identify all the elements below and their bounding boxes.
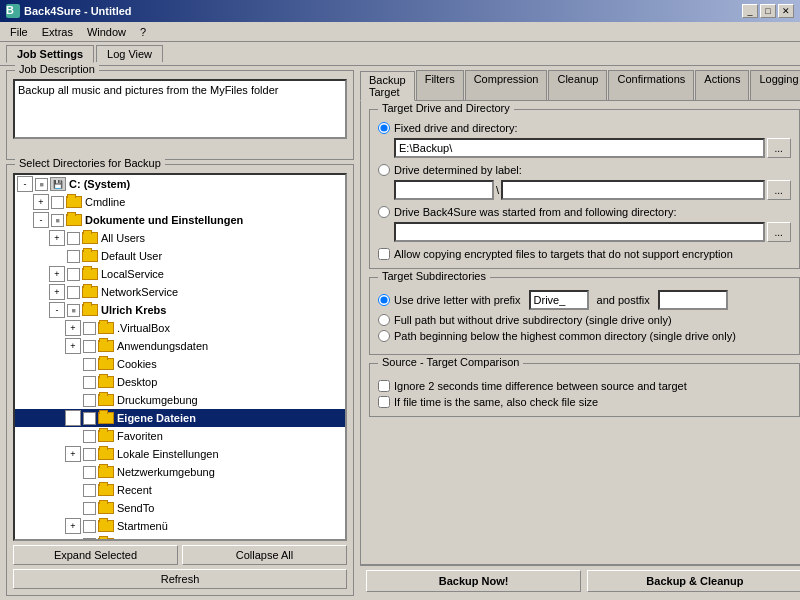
tree-item-ulrich_krebs[interactable]: -Ulrich Krebs xyxy=(15,301,345,319)
checkbox-cmdline[interactable] xyxy=(51,196,64,209)
fixed-drive-browse[interactable]: ... xyxy=(767,138,791,158)
fixed-drive-input[interactable] xyxy=(394,138,765,158)
check-filesize-checkbox[interactable] xyxy=(378,396,390,408)
path-below-radio[interactable] xyxy=(378,330,390,342)
expander-c_system[interactable]: - xyxy=(17,176,33,192)
tree-item-startmenu[interactable]: +Startmenü xyxy=(15,517,345,535)
use-drive-letter-radio[interactable] xyxy=(378,294,390,306)
tree-item-all_users[interactable]: +All Users xyxy=(15,229,345,247)
expander-all_users[interactable]: + xyxy=(49,230,65,246)
checkbox-startmenu[interactable] xyxy=(83,520,96,533)
checkbox-network_service[interactable] xyxy=(67,286,80,299)
expander-virtualbox[interactable]: + xyxy=(65,320,81,336)
backup-cleanup-button[interactable]: Backup & Cleanup xyxy=(587,570,800,592)
tree-item-druckumgebung[interactable]: Druckumgebung xyxy=(15,391,345,409)
checkbox-cookies[interactable] xyxy=(83,358,96,371)
checkbox-sendto[interactable] xyxy=(83,502,96,515)
expander-eigene_dateien[interactable]: + xyxy=(65,410,81,426)
checkbox-c_system[interactable] xyxy=(35,178,48,191)
encrypt-checkbox[interactable] xyxy=(378,248,390,260)
menu-file[interactable]: File xyxy=(4,25,34,39)
folder-icon-network_service xyxy=(82,286,98,298)
checkbox-dokumente[interactable] xyxy=(51,214,64,227)
checkbox-anwendungsdaten[interactable] xyxy=(83,340,96,353)
prefix-input[interactable] xyxy=(529,290,589,310)
started-path-input[interactable] xyxy=(394,222,765,242)
checkbox-vorlagen[interactable] xyxy=(83,538,96,542)
checkbox-desktop[interactable] xyxy=(83,376,96,389)
expander-local_service[interactable]: + xyxy=(49,266,65,282)
label-input[interactable] xyxy=(394,180,494,200)
maximize-button[interactable]: □ xyxy=(760,4,776,18)
tree-item-vorlagen[interactable]: Vorlagen xyxy=(15,535,345,541)
tab-log-view[interactable]: Log View xyxy=(96,45,163,62)
checkbox-recent[interactable] xyxy=(83,484,96,497)
label-browse[interactable]: ... xyxy=(767,180,791,200)
started-browse[interactable]: ... xyxy=(767,222,791,242)
expander-startmenu[interactable]: + xyxy=(65,518,81,534)
check-filesize-row: If file time is the same, also check fil… xyxy=(378,396,791,408)
tree-item-recent[interactable]: Recent xyxy=(15,481,345,499)
ignore-time-checkbox[interactable] xyxy=(378,380,390,392)
label-drive-radio[interactable] xyxy=(378,164,390,176)
tree-item-network_service[interactable]: +NetworkService xyxy=(15,283,345,301)
checkbox-ulrich_krebs[interactable] xyxy=(67,304,80,317)
label-path-input[interactable] xyxy=(501,180,764,200)
minimize-button[interactable]: _ xyxy=(742,4,758,18)
directory-tree[interactable]: -💾C: (System)+Cmdline-Dokumente und Eins… xyxy=(13,173,347,541)
tab-compression[interactable]: Compression xyxy=(465,70,548,100)
postfix-input[interactable] xyxy=(658,290,728,310)
tree-item-dokumente[interactable]: -Dokumente und Einstellungen xyxy=(15,211,345,229)
expander-cmdline[interactable]: + xyxy=(33,194,49,210)
tree-item-favoriten[interactable]: Favoriten xyxy=(15,427,345,445)
menu-help[interactable]: ? xyxy=(134,25,152,39)
checkbox-eigene_dateien[interactable] xyxy=(83,412,96,425)
tree-item-netzwerkumgebung[interactable]: Netzwerkumgebung xyxy=(15,463,345,481)
tab-cleanup[interactable]: Cleanup xyxy=(548,70,607,100)
expand-selected-button[interactable]: Expand Selected xyxy=(13,545,178,565)
tree-item-cookies[interactable]: Cookies xyxy=(15,355,345,373)
expander-network_service[interactable]: + xyxy=(49,284,65,300)
checkbox-all_users[interactable] xyxy=(67,232,80,245)
menu-extras[interactable]: Extras xyxy=(36,25,79,39)
full-path-radio[interactable] xyxy=(378,314,390,326)
expander-dokumente[interactable]: - xyxy=(33,212,49,228)
checkbox-default_user[interactable] xyxy=(67,250,80,263)
path-below-label: Path beginning below the highest common … xyxy=(394,330,736,342)
checkbox-local_service[interactable] xyxy=(67,268,80,281)
expander-anwendungsdaten[interactable]: + xyxy=(65,338,81,354)
tree-item-c_system[interactable]: -💾C: (System) xyxy=(15,175,345,193)
tab-backup-target[interactable]: Backup Target xyxy=(360,71,415,101)
tree-item-anwendungsdaten[interactable]: +Anwendungsdaten xyxy=(15,337,345,355)
tree-item-eigene_dateien[interactable]: +Eigene Dateien xyxy=(15,409,345,427)
checkbox-lokale_einstellungen[interactable] xyxy=(83,448,96,461)
tab-actions[interactable]: Actions xyxy=(695,70,749,100)
tree-item-sendto[interactable]: SendTo xyxy=(15,499,345,517)
menu-window[interactable]: Window xyxy=(81,25,132,39)
checkbox-virtualbox[interactable] xyxy=(83,322,96,335)
tree-item-local_service[interactable]: +LocalService xyxy=(15,265,345,283)
folder-icon-cmdline xyxy=(66,196,82,208)
close-button[interactable]: ✕ xyxy=(778,4,794,18)
backup-now-button[interactable]: Backup Now! xyxy=(366,570,581,592)
tree-item-lokale_einstellungen[interactable]: +Lokale Einstellungen xyxy=(15,445,345,463)
tab-confirmations[interactable]: Confirmations xyxy=(608,70,694,100)
tree-item-cmdline[interactable]: +Cmdline xyxy=(15,193,345,211)
refresh-button[interactable]: Refresh xyxy=(13,569,347,589)
fixed-drive-radio[interactable] xyxy=(378,122,390,134)
job-description-input[interactable] xyxy=(13,79,347,139)
checkbox-favoriten[interactable] xyxy=(83,430,96,443)
started-drive-radio[interactable] xyxy=(378,206,390,218)
tab-job-settings[interactable]: Job Settings xyxy=(6,45,94,63)
tree-item-virtualbox[interactable]: +.VirtualBox xyxy=(15,319,345,337)
expander-ulrich_krebs[interactable]: - xyxy=(49,302,65,318)
checkbox-druckumgebung[interactable] xyxy=(83,394,96,407)
collapse-all-button[interactable]: Collapse All xyxy=(182,545,347,565)
tab-filters[interactable]: Filters xyxy=(416,70,464,100)
tree-item-desktop[interactable]: Desktop xyxy=(15,373,345,391)
tree-item-default_user[interactable]: Default User xyxy=(15,247,345,265)
checkbox-netzwerkumgebung[interactable] xyxy=(83,466,96,479)
tab-logging[interactable]: Logging xyxy=(750,70,800,100)
item-label-c_system: C: (System) xyxy=(69,178,130,190)
expander-lokale_einstellungen[interactable]: + xyxy=(65,446,81,462)
